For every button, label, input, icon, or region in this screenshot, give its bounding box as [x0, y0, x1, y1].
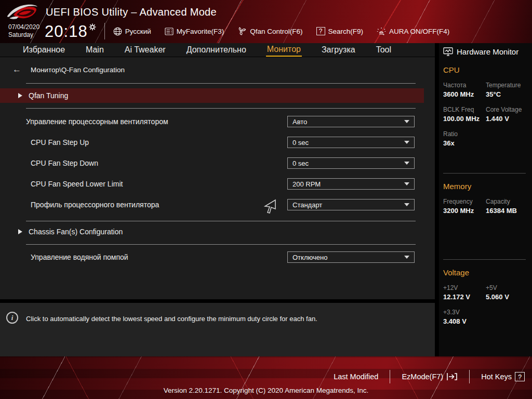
ezmode-label: EzMode(F7) — [402, 373, 443, 381]
rog-logo-icon — [6, 3, 38, 21]
nav-bar: Избранное Main Ai Tweaker Дополнительно … — [0, 43, 435, 57]
divider-line — [26, 221, 416, 221]
monitor-icon — [443, 47, 453, 56]
memory-freq-value: 3200 MHz — [443, 207, 486, 215]
dropdown-value: Стандарт — [292, 201, 322, 209]
sidebar-divider — [443, 173, 526, 174]
dropdown-value: 0 sec — [292, 159, 309, 167]
dropdown-value: Авто — [292, 118, 307, 126]
chevron-down-icon — [404, 120, 409, 123]
language-label: Русский — [125, 28, 151, 35]
dropdown-value: 0 sec — [292, 139, 309, 147]
core-voltage-value: 1.440 V — [486, 115, 532, 123]
setting-row-water-pump: Управление водяной помпой Отключено — [0, 247, 435, 268]
v5-label: +5V — [486, 284, 532, 291]
favorites-list-icon — [165, 28, 174, 35]
help-text: Click to automatically detect the lowest… — [26, 315, 317, 323]
ezmode-exit-icon — [446, 373, 458, 381]
cpu-fan-step-up-dropdown[interactable]: 0 sec — [287, 137, 415, 148]
chassis-fan-config-row[interactable]: Chassis Fan(s) Configuration — [0, 225, 424, 238]
top-header: UEFI BIOS Utility – Advanced Mode 07/04/… — [0, 0, 532, 43]
setting-row-step-down: CPU Fan Step Down 0 sec — [0, 153, 435, 174]
qfan-control-label: Qfan Control(F6) — [250, 28, 302, 35]
memory-freq-label: Frequency — [443, 198, 486, 205]
setting-label: Управление процессорным вентилятором — [26, 117, 168, 126]
footer: Last Modified EzMode(F7) Hot Keys ? Vers… — [0, 356, 532, 399]
main-content: ← Монитор\Q-Fan Configuration Qfan Tunin… — [0, 57, 435, 299]
footer-divider — [390, 370, 390, 383]
setting-row-cpu-fan-control: Управление процессорным вентилятором Авт… — [0, 111, 435, 132]
cpu-section: CPU Частота 3600 MHz Temperature 35°C BC… — [443, 65, 532, 173]
help-panel: i Click to automatically detect the lowe… — [0, 303, 435, 356]
chevron-down-icon — [404, 141, 409, 144]
version-text: Version 2.20.1271. Copyright (C) 2020 Am… — [0, 387, 532, 394]
chassis-fan-config-label: Chassis Fan(s) Configuration — [29, 228, 123, 236]
qfan-tuning-row[interactable]: Qfan Tuning — [0, 88, 424, 103]
dropdown-value: Отключено — [292, 254, 327, 261]
tab-boot[interactable]: Загрузка — [321, 44, 356, 56]
qfan-tuning-label: Qfan Tuning — [29, 91, 68, 100]
cpu-fan-control-dropdown[interactable]: Авто — [287, 116, 415, 127]
time-block[interactable]: 20:18 — [45, 23, 96, 39]
tab-favorites[interactable]: Избранное — [22, 44, 66, 56]
mouse-cursor — [264, 199, 278, 215]
divider-line — [26, 108, 416, 109]
memory-cap-value: 16384 MB — [486, 207, 532, 215]
cpu-freq-value: 3600 MHz — [443, 90, 486, 98]
hot-keys-label: Hot Keys — [481, 373, 512, 381]
info-icon: i — [6, 312, 18, 324]
chevron-down-icon — [404, 182, 409, 185]
aura-button[interactable]: AURA ON/OFF(F4) — [377, 27, 449, 36]
hardware-monitor-sidebar: Hardware Monitor CPU Частота 3600 MHz Te… — [439, 43, 532, 356]
language-button[interactable]: Русский — [113, 27, 151, 36]
ratio-value: 36x — [443, 139, 486, 147]
setting-label: Управление водяной помпой — [31, 253, 128, 261]
cpu-fan-lower-limit-dropdown[interactable]: 200 RPM — [287, 178, 415, 190]
v33-value: 3.408 V — [443, 317, 486, 325]
last-modified-label: Last Modified — [334, 373, 378, 381]
divider-line — [26, 244, 416, 245]
v12-label: +12V — [443, 284, 486, 291]
date-block: 07/04/2020 Saturday — [8, 23, 39, 39]
voltage-section-title: Voltage — [443, 268, 532, 277]
dropdown-value: 200 RPM — [292, 180, 321, 188]
tab-advanced[interactable]: Дополнительно — [185, 44, 247, 56]
cpu-fan-profile-dropdown[interactable]: Стандарт — [287, 199, 415, 210]
aura-label: AURA ON/OFF(F4) — [389, 28, 449, 35]
aura-lamp-icon — [377, 27, 386, 36]
date-text: 07/04/2020 — [8, 23, 39, 31]
water-pump-dropdown[interactable]: Отключено — [287, 251, 415, 263]
time-settings-gear-icon[interactable] — [89, 23, 96, 31]
v33-label: +3.3V — [443, 309, 486, 316]
chevron-down-icon — [404, 203, 409, 206]
cpu-fan-step-down-dropdown[interactable]: 0 sec — [287, 157, 415, 169]
fan-icon — [237, 27, 247, 35]
setting-label: CPU Fan Step Down — [31, 159, 98, 167]
last-modified-button[interactable]: Last Modified — [334, 373, 378, 381]
setting-label: Профиль процессорного вентилятора — [31, 201, 159, 209]
tab-ai-tweaker[interactable]: Ai Tweaker — [124, 44, 167, 56]
arrow-right-icon — [18, 93, 22, 98]
myfavorite-button[interactable]: MyFavorite(F3) — [165, 28, 224, 35]
sidebar-divider — [443, 259, 526, 260]
myfavorite-label: MyFavorite(F3) — [177, 28, 224, 35]
search-button[interactable]: ? Search(F9) — [316, 27, 364, 35]
divider-line — [26, 83, 416, 84]
bclk-freq-label: BCLK Freq — [443, 106, 486, 113]
tab-monitor[interactable]: Монитор — [266, 44, 302, 57]
cpu-temp-label: Temperature — [486, 82, 532, 89]
memory-cap-label: Capacity — [486, 198, 532, 205]
chevron-down-icon — [404, 256, 409, 259]
memory-section: Memory Frequency 3200 MHz Capacity 16384… — [443, 182, 532, 259]
qfan-control-button[interactable]: Qfan Control(F6) — [237, 27, 302, 35]
hot-keys-button[interactable]: Hot Keys ? — [481, 372, 525, 381]
brand-row: UEFI BIOS Utility – Advanced Mode — [6, 3, 217, 21]
back-arrow-icon[interactable]: ← — [12, 64, 21, 75]
tab-main[interactable]: Main — [85, 44, 105, 56]
footer-divider — [469, 370, 470, 383]
tab-tool[interactable]: Tool — [375, 44, 392, 56]
header-divider — [104, 23, 105, 39]
footer-links: Last Modified EzMode(F7) Hot Keys ? — [334, 370, 525, 383]
breadcrumb-text: Монитор\Q-Fan Configuration — [31, 66, 125, 74]
ezmode-button[interactable]: EzMode(F7) — [402, 373, 458, 381]
